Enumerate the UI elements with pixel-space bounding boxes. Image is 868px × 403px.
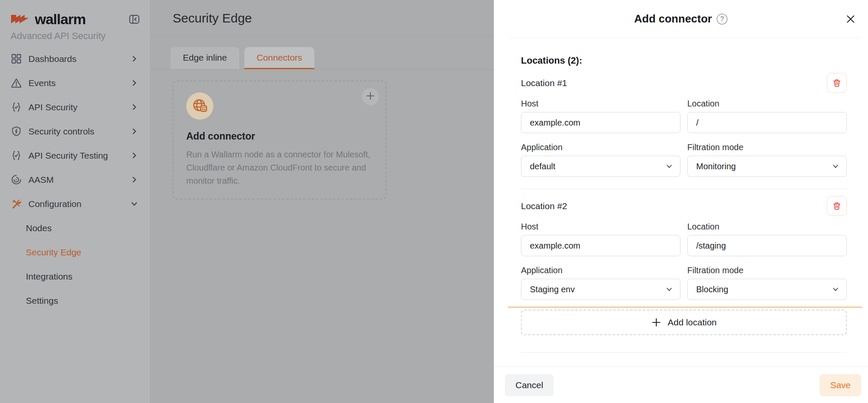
location-name: Location #2 (521, 201, 567, 211)
connectors-panel: Add connector Run a Wallarm node as a co… (151, 70, 494, 403)
sidebar-item-configuration[interactable]: Configuration (0, 192, 150, 216)
sidebar-item-security-controls[interactable]: Security controls (0, 119, 150, 143)
delete-location-2-button[interactable] (827, 196, 847, 216)
chevron-down-icon (833, 288, 838, 291)
sidebar-item-events[interactable]: Events (0, 71, 150, 95)
add-connector-card[interactable]: Add connector Run a Wallarm node as a co… (173, 81, 386, 199)
host-input-2[interactable] (521, 235, 680, 256)
sidebar-item-api-security[interactable]: API Security (0, 95, 150, 119)
sidebar-nav: Dashboards Events (0, 47, 150, 313)
grid-icon (11, 53, 22, 64)
sidebar-item-api-security-testing[interactable]: API Security Testing (0, 143, 150, 168)
chevron-down-icon (666, 165, 672, 168)
location-name: Location #1 (521, 78, 567, 88)
collapse-sidebar-button[interactable] (129, 14, 140, 25)
card-title: Add connector (186, 131, 373, 142)
chevron-right-icon (131, 152, 137, 159)
application-select-1[interactable]: default (521, 156, 680, 177)
help-icon[interactable]: ? (717, 14, 728, 25)
trash-icon (832, 202, 841, 210)
tab-connectors[interactable]: Connectors (244, 47, 314, 69)
filtration-mode-label: Filtration mode (687, 143, 847, 152)
main-content: Security Edge Edge inline Connectors (151, 0, 494, 403)
host-label: Host (521, 99, 680, 109)
host-input-1[interactable] (521, 112, 680, 133)
app-window: wallarm Advanced API Security Dashboard (0, 0, 868, 403)
shield-bolt-icon (11, 126, 22, 137)
drawer-header: Add connector ? (494, 0, 868, 38)
braces-check-icon (11, 101, 22, 113)
sidebar-item-integrations[interactable]: Integrations (0, 264, 150, 288)
brand-row: wallarm (0, 11, 150, 27)
location-input-1[interactable] (687, 112, 847, 133)
sidebar-item-aasm[interactable]: AASM (0, 168, 150, 192)
card-description: Run a Wallarm node as a connector for Mu… (186, 148, 371, 188)
locations-divider (521, 189, 847, 189)
filtration-mode-label: Filtration mode (687, 266, 847, 275)
connector-avatar (186, 92, 213, 120)
card-add-button[interactable] (362, 88, 379, 105)
chevron-right-icon (131, 104, 137, 110)
chevron-right-icon (131, 56, 137, 62)
save-button[interactable]: Save (820, 374, 861, 396)
tab-bar: Edge inline Connectors (151, 36, 494, 70)
application-label: Application (521, 266, 680, 275)
delete-location-1-button[interactable] (827, 73, 847, 93)
sidebar-item-settings[interactable]: Settings (0, 288, 150, 313)
add-connector-drawer: Add connector ? Locations (2): Location … (494, 0, 868, 403)
brand-subtitle: Advanced API Security (0, 31, 150, 42)
close-button[interactable] (845, 14, 856, 25)
drawer-body: Locations (2): Location #1 Host Location (494, 38, 868, 367)
trash-icon (832, 78, 841, 87)
location-label: Location (687, 99, 847, 109)
tab-edge-inline[interactable]: Edge inline (171, 47, 239, 69)
sidebar-item-security-edge[interactable]: Security Edge (0, 240, 150, 264)
close-icon (845, 14, 856, 25)
chevron-down-icon (666, 288, 672, 291)
unsaved-section-divider (508, 307, 862, 308)
chevron-right-icon (131, 80, 137, 86)
location-2-header: Location #2 (521, 196, 847, 216)
location-1-header: Location #1 (521, 73, 847, 93)
application-select-2[interactable]: Staging env (521, 279, 680, 300)
add-location-button[interactable]: Add location (521, 310, 847, 335)
filtration-mode-select-1[interactable]: Monitoring (687, 156, 847, 177)
location-label: Location (687, 222, 847, 232)
alert-triangle-icon (11, 77, 22, 89)
drawer-footer: Cancel Save (494, 367, 868, 403)
bottom-divider (521, 352, 847, 353)
filtration-mode-select-2[interactable]: Blocking (687, 279, 847, 300)
drawer-title: Add connector ? (634, 12, 728, 25)
globe-connector-icon (192, 97, 208, 115)
location-input-2[interactable] (687, 235, 847, 256)
tools-icon (11, 198, 22, 210)
page-header: Security Edge (151, 0, 494, 36)
cancel-button[interactable]: Cancel (505, 374, 554, 396)
sidebar: wallarm Advanced API Security Dashboard (0, 0, 151, 403)
sidebar-item-nodes[interactable]: Nodes (0, 216, 150, 240)
braces-check-icon (11, 150, 22, 161)
plus-icon (366, 91, 375, 102)
locations-count-label: Locations (2): (521, 55, 847, 66)
plus-icon (651, 317, 661, 327)
brand-name: wallarm (35, 11, 86, 28)
page-title: Security Edge (173, 11, 252, 25)
wallarm-logo-icon (10, 12, 30, 26)
host-label: Host (521, 222, 680, 232)
application-label: Application (521, 143, 680, 152)
chevron-right-icon (131, 176, 137, 183)
chevron-down-icon (833, 165, 838, 168)
chevron-down-icon (131, 201, 137, 207)
chevron-right-icon (131, 128, 137, 134)
swirl-icon (11, 174, 22, 185)
sidebar-item-dashboards[interactable]: Dashboards (0, 47, 150, 71)
